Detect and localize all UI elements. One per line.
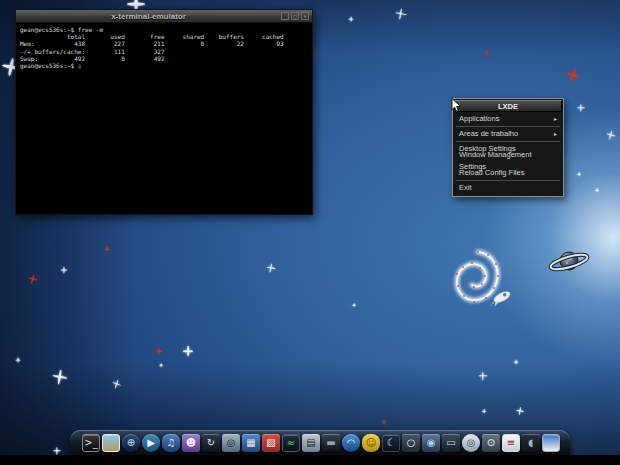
close-button[interactable]: × <box>301 12 309 20</box>
dock-icon-browser-globe-pointer[interactable]: ▶ <box>142 434 160 452</box>
system-monitor-glyph: ≈ <box>287 438 295 448</box>
white-star-icon <box>605 129 616 140</box>
menu-title: LXDE <box>454 100 562 112</box>
dock-icon-music-player[interactable]: ♫ <box>162 434 180 452</box>
lxde-context-menu: LXDE Applications ▸ Areas de trabalho ▸ … <box>452 98 564 197</box>
menu-separator <box>456 126 560 127</box>
dock: >_⊕▶♫☻↻◎▦▧≈▤▬◠☺☾○◉▭◎⊙≡◖ <box>82 434 560 452</box>
music-player-glyph: ♫ <box>167 438 176 448</box>
saturn-icon <box>548 248 590 276</box>
red-star-icon <box>104 246 109 251</box>
dock-icon-laptop[interactable]: ▬ <box>322 434 340 452</box>
terminal-line: gean@ecs536s:~$ free -m <box>20 26 308 33</box>
red-star-icon <box>27 273 38 284</box>
white-star-icon <box>265 262 275 272</box>
satellite-dish-glyph: ◖ <box>528 438 533 448</box>
menu-separator <box>456 180 560 181</box>
dock-icon-terminal[interactable]: >_ <box>82 434 100 452</box>
dock-icon-desktop-panels[interactable]: ▦ <box>242 434 260 452</box>
disc-burner-glyph: ◎ <box>227 438 236 448</box>
screenshot-tool-glyph: ⊙ <box>487 438 495 448</box>
white-star-icon <box>53 447 61 455</box>
instant-messenger-glyph: ☻ <box>186 438 196 448</box>
terminal-line: Swap: 492 0 492 <box>20 55 308 62</box>
menu-item-exit[interactable]: Exit <box>454 182 562 194</box>
dock-icon-swirl-app[interactable]: ↻ <box>202 434 220 452</box>
white-star-icon <box>183 346 193 356</box>
dock-icon-screenshot-tool[interactable]: ⊙ <box>482 434 500 452</box>
dock-icon-game-teapot[interactable]: ☺ <box>362 434 380 452</box>
white-star-icon <box>51 368 68 385</box>
desktop-wallpaper: x-terminal-emulator _ □ × gean@ecs536s:~… <box>0 0 620 465</box>
white-star-icon <box>15 357 20 362</box>
terminal-glyph: >_ <box>84 438 97 448</box>
galaxy-icon <box>448 246 506 316</box>
maximize-button[interactable]: □ <box>291 12 299 20</box>
dock-icon-package-manager[interactable]: ▧ <box>262 434 280 452</box>
dock-icon-file-manager[interactable] <box>542 434 560 452</box>
terminal-line: -/+ buffers/cache: 111 327 <box>20 48 308 55</box>
dock-icon-search-magnifier[interactable]: ○ <box>402 434 420 452</box>
calculator-glyph: ▤ <box>306 438 315 448</box>
bottom-bar <box>0 455 620 465</box>
submenu-arrow-icon: ▸ <box>554 113 557 125</box>
white-star-icon <box>111 378 123 390</box>
white-star-icon <box>478 371 487 380</box>
search-magnifier-glyph: ○ <box>407 438 416 448</box>
desktop-panels-glyph: ▦ <box>246 438 255 448</box>
dock-icon-text-editor[interactable]: ≡ <box>502 434 520 452</box>
dock-icon-terminal-window[interactable]: ▭ <box>442 434 460 452</box>
terminal-line: Mem: 438 227 211 0 22 93 <box>20 40 308 47</box>
terminal-content[interactable]: gean@ecs536s:~$ free -m total used free … <box>16 23 312 214</box>
menu-item-workspaces[interactable]: Areas de trabalho ▸ <box>454 128 562 140</box>
dock-icon-webcam[interactable]: ◉ <box>422 434 440 452</box>
package-manager-glyph: ▧ <box>266 438 275 448</box>
dock-icon-disc-burner[interactable]: ◎ <box>222 434 240 452</box>
red-star-icon <box>154 346 162 354</box>
menu-separator <box>456 141 560 142</box>
laptop-glyph: ▬ <box>326 438 335 448</box>
menu-item-window-management-settings[interactable]: Window Management Settings <box>454 155 562 167</box>
dock-icon-satellite-dish[interactable]: ◖ <box>522 434 540 452</box>
red-star-icon <box>484 50 490 56</box>
dvd-disc-glyph: ◎ <box>467 438 476 448</box>
white-star-icon <box>394 7 407 20</box>
text-editor-glyph: ≡ <box>507 438 515 448</box>
red-star-icon <box>564 66 582 84</box>
white-star-icon <box>60 266 67 273</box>
white-star-icon <box>515 406 524 415</box>
dock-icon-instant-messenger[interactable]: ☻ <box>182 434 200 452</box>
terminal-window-title: x-terminal-emulator <box>16 10 281 23</box>
white-star-icon <box>577 104 585 112</box>
rocket-icon <box>489 287 515 307</box>
swirl-app-glyph: ↻ <box>207 438 215 448</box>
terminal-titlebar[interactable]: x-terminal-emulator _ □ × <box>16 10 312 23</box>
window-buttons: _ □ × <box>281 12 309 20</box>
dock-icon-dvd-disc[interactable]: ◎ <box>462 434 480 452</box>
terminal-prompt-line: gean@ecs536s:~$ ▯ <box>20 62 308 69</box>
white-star-icon <box>159 363 162 366</box>
dock-icon-screensaver-night[interactable]: ☾ <box>382 434 400 452</box>
terminal-window-glyph: ▭ <box>446 438 455 448</box>
dock-icon-calculator[interactable]: ▤ <box>302 434 320 452</box>
terminal-line: total used free shared buffers cached <box>20 33 308 40</box>
white-star-icon <box>595 188 599 192</box>
white-star-icon <box>352 303 355 306</box>
browser-globe-pointer-glyph: ▶ <box>147 438 155 448</box>
dock-icon-web-browser[interactable]: ⊕ <box>122 434 140 452</box>
terminal-window: x-terminal-emulator _ □ × gean@ecs536s:~… <box>15 9 313 215</box>
white-star-icon <box>513 359 518 364</box>
dock-icon-office-writer[interactable]: ◠ <box>342 434 360 452</box>
minimize-button[interactable]: _ <box>281 12 289 20</box>
screensaver-night-glyph: ☾ <box>387 438 396 448</box>
game-teapot-glyph: ☺ <box>366 438 376 448</box>
white-star-icon <box>482 409 486 413</box>
office-writer-glyph: ◠ <box>347 438 356 448</box>
dock-icon-image-viewer[interactable] <box>102 434 120 452</box>
white-star-icon <box>577 172 581 176</box>
white-star-icon <box>348 16 353 21</box>
submenu-arrow-icon: ▸ <box>554 128 557 140</box>
webcam-glyph: ◉ <box>427 438 436 448</box>
menu-item-applications[interactable]: Applications ▸ <box>454 113 562 125</box>
dock-icon-system-monitor[interactable]: ≈ <box>282 434 300 452</box>
